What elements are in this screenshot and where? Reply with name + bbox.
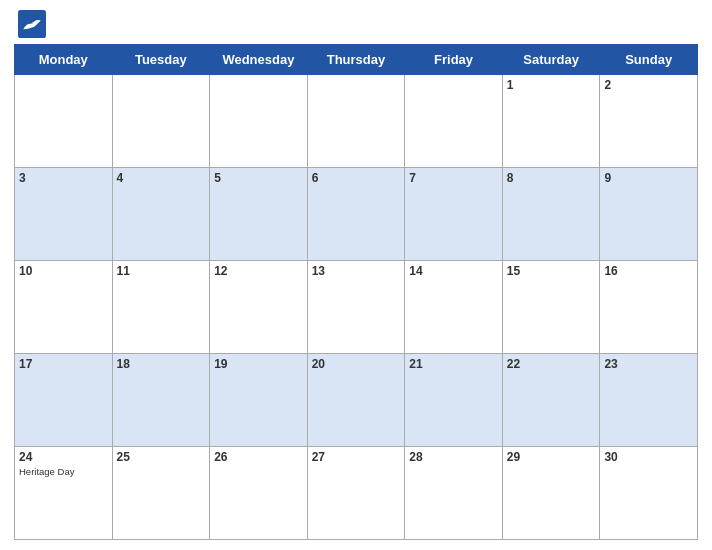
header-row: MondayTuesdayWednesdayThursdayFridaySatu… xyxy=(15,45,698,75)
day-cell: 3 xyxy=(15,168,113,261)
day-cell xyxy=(405,75,503,168)
day-number: 29 xyxy=(507,450,596,464)
day-cell: 13 xyxy=(307,261,405,354)
day-number: 18 xyxy=(117,357,206,371)
day-number: 28 xyxy=(409,450,498,464)
day-cell xyxy=(307,75,405,168)
day-cell: 19 xyxy=(210,354,308,447)
day-cell: 17 xyxy=(15,354,113,447)
day-number: 11 xyxy=(117,264,206,278)
day-cell: 7 xyxy=(405,168,503,261)
col-header-saturday: Saturday xyxy=(502,45,600,75)
day-number: 27 xyxy=(312,450,401,464)
day-cell xyxy=(15,75,113,168)
col-header-monday: Monday xyxy=(15,45,113,75)
day-number: 24 xyxy=(19,450,108,464)
day-number: 1 xyxy=(507,78,596,92)
day-number: 2 xyxy=(604,78,693,92)
day-cell: 21 xyxy=(405,354,503,447)
day-cell: 23 xyxy=(600,354,698,447)
day-cell: 28 xyxy=(405,447,503,540)
day-cell: 14 xyxy=(405,261,503,354)
day-number: 13 xyxy=(312,264,401,278)
day-cell: 20 xyxy=(307,354,405,447)
day-number: 5 xyxy=(214,171,303,185)
day-number: 20 xyxy=(312,357,401,371)
week-row-1: 12 xyxy=(15,75,698,168)
col-header-sunday: Sunday xyxy=(600,45,698,75)
day-cell: 30 xyxy=(600,447,698,540)
day-number: 8 xyxy=(507,171,596,185)
day-number: 14 xyxy=(409,264,498,278)
day-cell: 6 xyxy=(307,168,405,261)
day-cell: 11 xyxy=(112,261,210,354)
day-number: 10 xyxy=(19,264,108,278)
day-cell: 12 xyxy=(210,261,308,354)
day-cell: 24Heritage Day xyxy=(15,447,113,540)
day-number: 3 xyxy=(19,171,108,185)
logo xyxy=(18,10,50,38)
day-cell: 1 xyxy=(502,75,600,168)
col-header-tuesday: Tuesday xyxy=(112,45,210,75)
day-number: 12 xyxy=(214,264,303,278)
day-cell xyxy=(210,75,308,168)
day-cell: 2 xyxy=(600,75,698,168)
generalblue-logo-icon xyxy=(18,10,46,38)
day-cell: 27 xyxy=(307,447,405,540)
day-number: 16 xyxy=(604,264,693,278)
day-number: 26 xyxy=(214,450,303,464)
day-cell: 4 xyxy=(112,168,210,261)
day-number: 25 xyxy=(117,450,206,464)
day-cell: 9 xyxy=(600,168,698,261)
day-cell: 18 xyxy=(112,354,210,447)
day-cell: 26 xyxy=(210,447,308,540)
day-cell: 8 xyxy=(502,168,600,261)
day-cell: 29 xyxy=(502,447,600,540)
week-row-3: 10111213141516 xyxy=(15,261,698,354)
col-header-thursday: Thursday xyxy=(307,45,405,75)
day-cell xyxy=(112,75,210,168)
header xyxy=(14,10,698,38)
col-header-friday: Friday xyxy=(405,45,503,75)
day-cell: 5 xyxy=(210,168,308,261)
calendar-table: MondayTuesdayWednesdayThursdayFridaySatu… xyxy=(14,44,698,540)
day-number: 23 xyxy=(604,357,693,371)
day-number: 19 xyxy=(214,357,303,371)
day-number: 17 xyxy=(19,357,108,371)
day-cell: 15 xyxy=(502,261,600,354)
week-row-5: 24Heritage Day252627282930 xyxy=(15,447,698,540)
day-cell: 25 xyxy=(112,447,210,540)
day-cell: 10 xyxy=(15,261,113,354)
day-number: 15 xyxy=(507,264,596,278)
day-number: 22 xyxy=(507,357,596,371)
day-number: 30 xyxy=(604,450,693,464)
day-number: 4 xyxy=(117,171,206,185)
day-number: 7 xyxy=(409,171,498,185)
day-cell: 16 xyxy=(600,261,698,354)
day-note: Heritage Day xyxy=(19,466,108,477)
week-row-4: 17181920212223 xyxy=(15,354,698,447)
page: MondayTuesdayWednesdayThursdayFridaySatu… xyxy=(0,0,712,550)
day-number: 21 xyxy=(409,357,498,371)
day-cell: 22 xyxy=(502,354,600,447)
col-header-wednesday: Wednesday xyxy=(210,45,308,75)
day-number: 6 xyxy=(312,171,401,185)
day-number: 9 xyxy=(604,171,693,185)
week-row-2: 3456789 xyxy=(15,168,698,261)
